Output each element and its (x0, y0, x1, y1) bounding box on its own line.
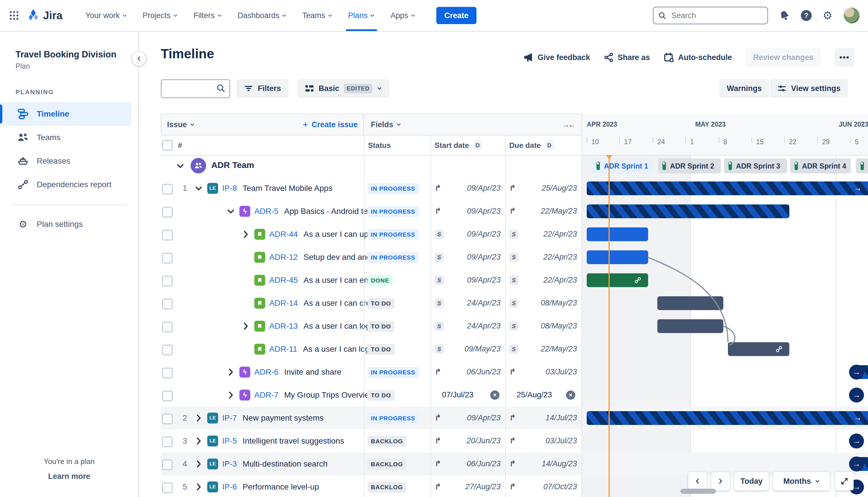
issue-summary[interactable]: App Basics - Android test (284, 207, 374, 216)
gantt-bar[interactable] (657, 319, 723, 333)
issue-key-link[interactable]: ADR-14 (269, 299, 298, 308)
row-checkbox[interactable] (162, 207, 173, 218)
row-checkbox[interactable] (162, 230, 173, 241)
issue-key-link[interactable]: ADR-6 (254, 368, 278, 377)
gantt-bar[interactable] (587, 250, 648, 264)
help-icon[interactable]: ? (801, 10, 812, 21)
issue-key-link[interactable]: ADR-12 (269, 253, 298, 262)
share-as-button[interactable]: Share as (604, 53, 650, 62)
issue-key-link[interactable]: ADR-45 (269, 275, 298, 285)
chevron-right-icon[interactable] (241, 230, 250, 239)
issue-key-link[interactable]: IP-5 (222, 437, 237, 445)
team-name[interactable]: ADR Team (211, 160, 254, 170)
nav-item-apps[interactable]: Apps (390, 0, 416, 31)
view-settings-button[interactable]: View settings (770, 79, 848, 98)
timeline-search-input[interactable] (161, 79, 230, 98)
gantt-bar[interactable] (587, 411, 868, 425)
remove-date-icon[interactable]: × (566, 390, 575, 400)
offscreen-bar-indicator[interactable]: → (849, 434, 864, 449)
user-avatar[interactable] (843, 7, 860, 24)
date-value[interactable]: 14/Jul/23 (517, 413, 577, 422)
date-value[interactable]: 06/Jun/23 (442, 368, 501, 377)
row-checkbox[interactable] (162, 322, 173, 332)
issue-summary[interactable]: Team Travel Mobile Apps (243, 184, 332, 193)
date-value[interactable]: 08/May/23 (517, 322, 577, 330)
horizontal-scrollbar-thumb[interactable] (680, 489, 716, 494)
chevron-right-icon[interactable] (194, 437, 203, 445)
date-value[interactable]: 22/May/23 (517, 207, 577, 216)
sidebar-item-plan-settings[interactable]: ⚙ Plan settings (0, 212, 138, 236)
jira-logo[interactable]: Jira (27, 9, 62, 22)
view-mode-button[interactable]: Basic EDITED (298, 79, 390, 98)
review-changes-button[interactable]: Review changes (746, 48, 821, 67)
status-badge[interactable]: IN PROGRESS (367, 413, 419, 424)
date-value[interactable]: 09/Apr/23 (442, 184, 501, 193)
start-date-column-header[interactable]: Start date (435, 141, 469, 150)
sprint-chip-adr-sprint-4[interactable]: ADR Sprint 4 (790, 158, 851, 173)
date-value[interactable]: 09/Apr/23 (442, 207, 501, 216)
issue-key-link[interactable]: IP-7 (222, 413, 237, 423)
row-checkbox[interactable] (162, 390, 173, 401)
offscreen-bar-indicator[interactable]: → (849, 456, 864, 471)
issue-key-link[interactable]: ADR-5 (254, 207, 278, 216)
status-badge[interactable]: BACKLOG (367, 436, 406, 447)
issue-summary[interactable]: New payment systems (243, 413, 323, 423)
time-range-dropdown[interactable]: Months (773, 472, 830, 491)
status-badge[interactable]: TO DO (367, 344, 394, 355)
date-value[interactable]: 09/Apr/23 (442, 275, 501, 285)
date-value[interactable]: 24/Apr/23 (442, 322, 501, 330)
status-badge[interactable]: BACKLOG (367, 482, 406, 493)
date-value[interactable]: 20/Jun/23 (442, 437, 501, 445)
status-badge[interactable]: TO DO (367, 298, 394, 309)
status-badge[interactable]: IN PROGRESS (367, 229, 419, 240)
row-checkbox[interactable] (162, 184, 173, 195)
sidebar-item-releases[interactable]: Releases (0, 149, 138, 173)
bar-link-icon[interactable] (634, 276, 642, 284)
issue-summary[interactable]: Intelligent travel suggestions (243, 437, 344, 445)
chevron-right-icon[interactable] (226, 368, 235, 377)
global-search-field[interactable] (670, 11, 747, 21)
date-value[interactable]: 07/Oct/23 (517, 482, 577, 491)
issue-key-link[interactable]: IP-6 (222, 482, 237, 492)
issue-key-link[interactable]: IP-8 (222, 184, 237, 193)
gantt-bar[interactable] (657, 296, 723, 310)
create-button[interactable]: Create (436, 7, 477, 24)
status-badge[interactable]: IN PROGRESS (367, 206, 419, 217)
status-badge[interactable]: BACKLOG (367, 459, 406, 470)
sidebar-item-teams[interactable]: Teams (0, 126, 138, 149)
nav-item-filters[interactable]: Filters (193, 0, 222, 31)
date-value[interactable]: 03/Jul/23 (517, 437, 577, 445)
date-value[interactable]: 27/Aug/23 (442, 482, 501, 491)
issue-summary[interactable]: As a user I can cre... (304, 299, 377, 308)
auto-schedule-button[interactable]: Auto-schedule (664, 52, 732, 62)
offscreen-bar-indicator[interactable]: → (849, 388, 864, 402)
fields-header-dropdown[interactable]: Fields (371, 120, 401, 129)
row-checkbox[interactable] (162, 275, 173, 286)
row-checkbox[interactable] (162, 344, 173, 355)
notifications-icon[interactable] (779, 10, 790, 21)
date-value[interactable]: 24/Apr/23 (442, 299, 501, 308)
date-value[interactable]: 25/Aug/23 (517, 184, 577, 193)
gantt-bar[interactable] (587, 204, 789, 218)
issue-key-link[interactable]: ADR-13 (269, 322, 298, 331)
nav-item-teams[interactable]: Teams (302, 0, 333, 31)
collapse-fields-icon[interactable]: →← (562, 120, 575, 129)
row-checkbox[interactable] (162, 459, 173, 470)
date-value[interactable]: 09/May/23 (442, 344, 501, 353)
sidebar-item-dependencies-report[interactable]: Dependencies report (0, 173, 138, 196)
row-checkbox[interactable] (162, 482, 173, 493)
sprint-chip-adr-sprint-1[interactable]: ADR Sprint 1 (592, 158, 653, 173)
status-badge[interactable]: IN PROGRESS (367, 183, 419, 194)
status-badge[interactable]: DONE (367, 275, 393, 286)
nav-item-plans[interactable]: Plans (348, 0, 375, 31)
scroll-right-button[interactable] (711, 472, 730, 491)
filters-button[interactable]: Filters (236, 79, 288, 98)
date-value[interactable]: 09/Apr/23 (442, 413, 501, 422)
chevron-right-icon[interactable] (194, 482, 203, 492)
status-badge[interactable]: IN PROGRESS (367, 367, 419, 378)
chevron-down-icon[interactable] (226, 207, 235, 216)
collapse-team-chevron-icon[interactable] (176, 161, 185, 171)
date-value[interactable]: 14/Aug/23 (517, 459, 577, 468)
select-all-checkbox[interactable] (162, 140, 173, 151)
status-badge[interactable]: TO DO (367, 321, 394, 332)
